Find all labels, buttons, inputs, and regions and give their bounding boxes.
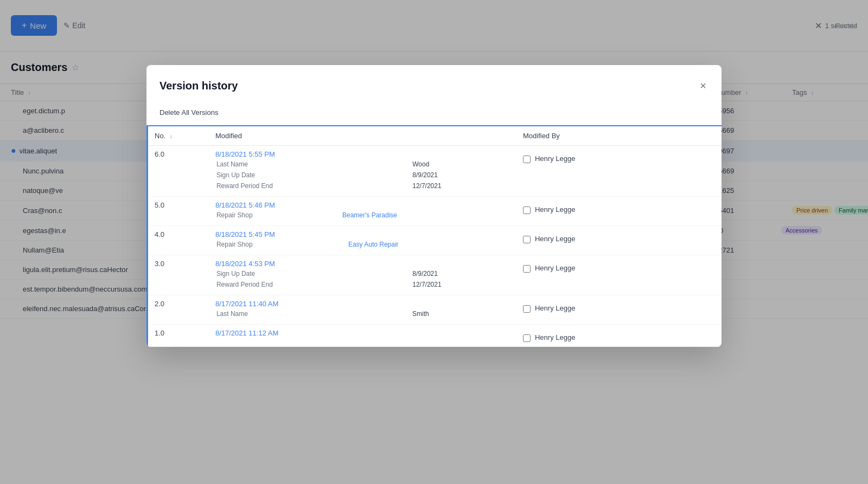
modifier-name: Henry Legge [535, 154, 575, 163]
change-value: Wood [412, 159, 509, 169]
version-modified: 8/17/2021 11:40 AMLast NameSmith [209, 295, 516, 325]
change-value: 12/7/2021 [412, 280, 509, 289]
version-date[interactable]: 8/17/2021 11:40 AM [215, 300, 510, 308]
version-modified: 8/18/2021 4:53 PMSign Up Date8/9/2021Rew… [209, 255, 516, 295]
change-field: Repair Shop [216, 240, 347, 249]
col-modified-header[interactable]: Modified [209, 126, 516, 146]
modifier-name: Henry Legge [535, 205, 575, 214]
modal-header: Version history × [146, 65, 722, 102]
version-modified-by: Henry Legge [516, 295, 722, 325]
version-row[interactable]: 2.08/17/2021 11:40 AMLast NameSmithHenry… [148, 295, 722, 325]
modifier-name: Henry Legge [535, 304, 575, 312]
change-value: 12/7/2021 [412, 181, 509, 191]
version-checkbox[interactable] [523, 305, 531, 313]
version-row[interactable]: 6.08/18/2021 5:55 PMLast NameWoodSign Up… [148, 146, 722, 197]
version-modified-by: Henry Legge [516, 197, 722, 226]
version-date[interactable]: 8/18/2021 5:46 PM [215, 201, 510, 209]
version-changes: Repair ShopEasy Auto Repair [215, 238, 510, 250]
change-field: Reward Period End [216, 181, 411, 191]
version-row[interactable]: 1.08/17/2021 11:12 AMHenry Legge [148, 325, 722, 347]
change-field: Last Name [216, 309, 411, 319]
version-modified-by: Henry Legge [516, 226, 722, 255]
change-value[interactable]: Easy Auto Repair [348, 240, 509, 249]
col-no-header[interactable]: No. ↓ [148, 126, 209, 146]
change-value: Smith [412, 309, 509, 319]
version-modified-by: Henry Legge [516, 325, 722, 347]
version-row[interactable]: 4.08/18/2021 5:45 PMRepair ShopEasy Auto… [148, 226, 722, 255]
version-modified: 8/18/2021 5:45 PMRepair ShopEasy Auto Re… [209, 226, 516, 255]
version-modified-by: Henry Legge [516, 255, 722, 295]
delete-all-versions-button[interactable]: Delete All Versions [159, 106, 218, 119]
modal-body[interactable]: No. ↓ Modified Modified By 6.08/18/2021 … [146, 125, 722, 347]
version-row[interactable]: 3.08/18/2021 4:53 PMSign Up Date8/9/2021… [148, 255, 722, 295]
version-date[interactable]: 8/18/2021 5:55 PM [215, 150, 510, 158]
modal-title: Version history [159, 80, 238, 92]
change-field: Reward Period End [216, 280, 411, 289]
version-changes: Last NameSmith [215, 308, 510, 320]
version-no: 5.0 [148, 197, 209, 226]
version-date[interactable]: 8/18/2021 5:45 PM [215, 230, 510, 238]
modifier-name: Henry Legge [535, 264, 575, 272]
version-row[interactable]: 5.08/18/2021 5:46 PMRepair ShopBeamer's … [148, 197, 722, 226]
change-field: Sign Up Date [216, 269, 411, 279]
modifier-name: Henry Legge [535, 333, 575, 341]
version-modified: 8/17/2021 11:12 AM [209, 325, 516, 347]
version-checkbox[interactable] [523, 236, 531, 243]
change-value: 8/9/2021 [412, 269, 509, 279]
version-table: No. ↓ Modified Modified By 6.08/18/2021 … [146, 125, 722, 347]
version-checkbox[interactable] [523, 334, 531, 342]
change-field: Last Name [216, 159, 411, 169]
version-changes: Last NameWoodSign Up Date8/9/2021Reward … [215, 158, 510, 192]
version-no: 6.0 [148, 146, 209, 197]
version-changes: Sign Up Date8/9/2021Reward Period End12/… [215, 268, 510, 291]
version-no: 3.0 [148, 255, 209, 295]
version-checkbox[interactable] [523, 265, 531, 273]
version-modified: 8/18/2021 5:55 PMLast NameWoodSign Up Da… [209, 146, 516, 197]
version-history-modal: Version history × Delete All Versions No… [146, 65, 722, 347]
version-no: 1.0 [148, 325, 209, 347]
version-changes: Repair ShopBeamer's Paradise [215, 209, 510, 221]
change-value[interactable]: Beamer's Paradise [342, 210, 509, 220]
change-field: Repair Shop [216, 210, 341, 220]
col-modified-by-header[interactable]: Modified By [516, 126, 722, 146]
version-modified: 8/18/2021 5:46 PMRepair ShopBeamer's Par… [209, 197, 516, 226]
sort-arrow-no: ↓ [170, 133, 173, 139]
version-checkbox[interactable] [523, 206, 531, 214]
version-date[interactable]: 8/18/2021 4:53 PM [215, 260, 510, 268]
change-field: Sign Up Date [216, 170, 411, 180]
modal-close-button[interactable]: × [698, 78, 709, 93]
modal-toolbar: Delete All Versions [146, 102, 722, 125]
version-no: 2.0 [148, 295, 209, 325]
version-modified-by: Henry Legge [516, 146, 722, 197]
change-value: 8/9/2021 [412, 170, 509, 180]
version-checkbox[interactable] [523, 156, 531, 163]
version-no: 4.0 [148, 226, 209, 255]
modifier-name: Henry Legge [535, 235, 575, 243]
version-date[interactable]: 8/17/2021 11:12 AM [215, 329, 510, 337]
